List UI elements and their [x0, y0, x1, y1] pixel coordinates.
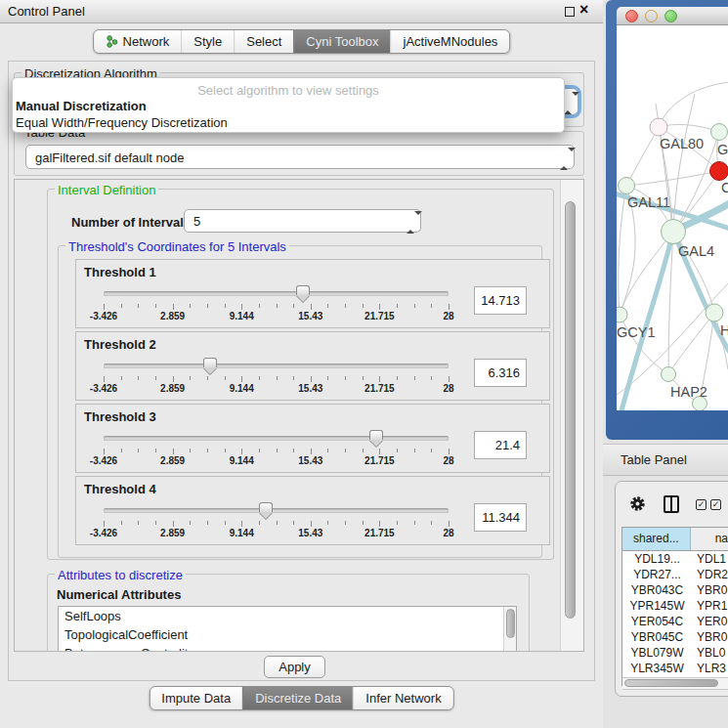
network-icon — [106, 34, 118, 49]
table-row[interactable]: YDR27...YDR2 — [622, 567, 728, 582]
tab-select[interactable]: Select — [234, 30, 293, 53]
zoom-button[interactable] — [664, 10, 677, 22]
float-window-icon[interactable] — [565, 7, 575, 17]
list-item[interactable]: TopologicalCoefficient — [59, 625, 516, 644]
tick-label: 28 — [443, 455, 453, 466]
network-node[interactable] — [650, 118, 667, 136]
cell: YBR045C — [622, 629, 692, 645]
list-scrollbar[interactable] — [503, 607, 516, 651]
threshold-1-value-field[interactable]: 14.713 — [474, 286, 527, 315]
table-row[interactable]: YBR043CYBR0 — [622, 582, 728, 598]
slider-track[interactable] — [104, 364, 449, 368]
slider-track[interactable] — [104, 291, 449, 296]
tick-label: 2.859 — [160, 528, 185, 538]
tick-label: 28 — [443, 311, 453, 321]
tick-label: 15.43 — [298, 528, 322, 538]
table-row[interactable]: YBL079WYBL0 — [622, 645, 728, 661]
table-data-select[interactable]: galFiltered.sif default node — [25, 145, 575, 169]
tick-label: 9.144 — [230, 455, 254, 466]
slider-thumb[interactable] — [259, 502, 273, 519]
table-horizontal-scrollbar[interactable] — [622, 677, 728, 690]
slider-thumb[interactable] — [369, 430, 383, 447]
cell: YER0 — [692, 614, 728, 629]
tab-infer-network[interactable]: Infer Network — [353, 687, 452, 709]
number-of-intervals-label: Number of Intervals — [71, 215, 191, 230]
tab-impute-data[interactable]: Impute Data — [150, 687, 242, 709]
tick-label: 2.859 — [160, 311, 185, 321]
threshold-4-slider[interactable] — [104, 502, 449, 522]
table-body: YDL19...YDL1 YDR27...YDR2 YBR043CYBR0 YP… — [621, 551, 728, 686]
table-row[interactable]: YER054CYER0 — [622, 614, 728, 629]
threshold-4-value-field[interactable]: 11.344 — [474, 503, 527, 532]
network-node[interactable] — [619, 178, 635, 194]
threshold-1-slider[interactable] — [104, 285, 449, 305]
control-panel: Control Panel × Network Style Select Cyn… — [0, 0, 603, 728]
tick-label: -3.426 — [90, 528, 117, 538]
table-row[interactable]: YBR045CYBR0 — [622, 629, 728, 645]
column-header-name[interactable]: na — [691, 528, 728, 550]
tick-label: 15.43 — [298, 383, 322, 394]
slider-track[interactable] — [104, 508, 449, 513]
network-node[interactable] — [706, 304, 723, 321]
table-panel-titlebar: Table Panel — [603, 444, 728, 476]
column-header-shared-name[interactable]: shared... — [622, 528, 691, 550]
network-canvas[interactable]: GAL80 GA C GAL11 GAL4 GCY1 H HAP2 — [617, 25, 728, 410]
network-node[interactable] — [617, 307, 627, 322]
tab-network[interactable]: Network — [94, 30, 182, 53]
tab-label: Style — [193, 34, 222, 49]
tab-jactivemnodules[interactable]: jActiveMNodules — [391, 30, 510, 53]
table-row[interactable]: YLR345WYLR3 — [622, 661, 728, 676]
split-columns-icon[interactable] — [664, 495, 679, 513]
dropdown-placeholder-item[interactable]: Select algorithm to view settings — [13, 83, 564, 98]
slider-ticks — [104, 521, 449, 528]
slider-tick-labels: -3.426 2.859 9.144 15.43 21.715 28 — [104, 383, 449, 396]
tick-label: 2.859 — [160, 455, 185, 466]
network-node-selected[interactable] — [710, 162, 728, 181]
cell: YLR345W — [622, 661, 692, 676]
list-item[interactable]: SelfLoops — [59, 607, 516, 625]
number-of-intervals-select[interactable]: 5 — [184, 209, 421, 233]
dropdown-option-manual-discretization[interactable]: Manual Discretization — [16, 99, 147, 113]
slider-track[interactable] — [104, 436, 449, 441]
list-item[interactable]: BetweennessCentrality — [59, 644, 516, 652]
dropdown-option-equal-width-frequency[interactable]: Equal Width/Frequency Discretization — [16, 115, 228, 130]
slider-thumb[interactable] — [203, 358, 217, 374]
table-row[interactable]: YDL19...YDL1 — [622, 551, 728, 567]
tab-style[interactable]: Style — [181, 30, 234, 53]
threshold-2-slider[interactable] — [104, 358, 449, 377]
gear-icon[interactable] — [629, 495, 646, 512]
network-node[interactable] — [711, 124, 728, 141]
minimize-button[interactable] — [645, 10, 658, 22]
close-button[interactable] — [625, 10, 638, 22]
node-label: GA — [717, 142, 728, 157]
threshold-2-value-field[interactable]: 6.316 — [474, 359, 527, 387]
select-all-columns-icon[interactable]: ✓ — [710, 499, 721, 510]
apply-button[interactable]: Apply — [264, 656, 325, 678]
slider-thumb[interactable] — [296, 285, 310, 302]
scrollbar-thumb[interactable] — [624, 679, 718, 687]
threshold-3-slider[interactable] — [104, 430, 449, 450]
table-header: shared... na — [621, 527, 728, 551]
tab-cyni-toolbox[interactable]: Cyni Toolbox — [293, 30, 390, 53]
combo-spinner-icon — [560, 151, 568, 163]
table-row[interactable]: YPR145WYPR1 — [622, 598, 728, 614]
threshold-label: Threshold 4 — [84, 482, 156, 496]
scrollbar-thumb[interactable] — [506, 609, 515, 638]
network-node[interactable] — [662, 367, 676, 382]
threshold-3-value-field[interactable]: 21.4 — [474, 431, 527, 459]
tab-label: Network — [123, 34, 170, 49]
scrollbar-thumb[interactable] — [565, 201, 576, 619]
tick-label: -3.426 — [90, 383, 117, 394]
tick-label: 21.715 — [364, 383, 395, 394]
network-window-titlebar[interactable] — [617, 7, 728, 25]
cell: YLR3 — [692, 661, 728, 676]
numerical-attributes-label: Numerical Attributes — [57, 587, 181, 602]
close-icon[interactable]: × — [579, 1, 588, 19]
tab-discretize-data[interactable]: Discretize Data — [242, 687, 353, 709]
select-columns-icon[interactable]: ✓ — [696, 499, 707, 510]
panel-scrollbar[interactable] — [560, 180, 583, 651]
threshold-label: Threshold 1 — [84, 265, 156, 279]
tick-label: 21.715 — [364, 311, 395, 321]
network-node[interactable] — [662, 220, 686, 244]
node-label: GCY1 — [617, 324, 656, 340]
